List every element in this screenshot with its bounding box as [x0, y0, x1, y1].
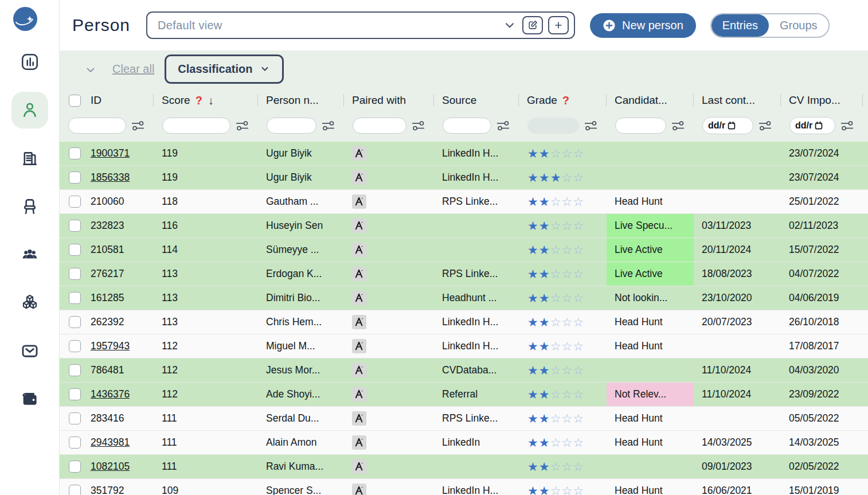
column-header-source[interactable]: Source	[434, 87, 519, 114]
person-id-link[interactable]: 1856338	[91, 172, 130, 184]
sidebar-item-person[interactable]	[11, 92, 48, 128]
last-contacted-filter-input[interactable]: dd/r	[702, 117, 753, 134]
person-id-link[interactable]: 1900371	[91, 147, 130, 159]
row-checkbox[interactable]	[69, 340, 81, 352]
classification-filter-button[interactable]: Classification	[165, 54, 284, 84]
filter-bar: Clear all Classification	[60, 50, 868, 87]
table-row[interactable]: 2943981111Alain Amon LinkedIn★★☆☆☆Head H…	[60, 431, 868, 455]
sidebar-item-products[interactable]	[11, 284, 48, 321]
cell-score: 112	[154, 383, 258, 406]
star-rating-empty: ☆☆☆	[550, 436, 584, 450]
row-checkbox[interactable]	[69, 172, 81, 184]
toggle-entries[interactable]: Entries	[711, 14, 769, 37]
cell-candidate-status	[607, 142, 694, 165]
filter-slider-icon[interactable]	[495, 120, 511, 131]
cell-source: LinkedIn H...	[434, 142, 519, 165]
sort-desc-icon[interactable]: ↓	[208, 94, 214, 107]
row-checkbox[interactable]	[69, 461, 81, 473]
id-filter-input[interactable]	[68, 118, 126, 134]
sidebar-item-analytics[interactable]	[11, 44, 48, 80]
column-header-id[interactable]: ID	[87, 87, 154, 114]
filter-slider-icon[interactable]	[757, 120, 773, 131]
column-header-grade[interactable]: Grade ?	[519, 87, 607, 114]
table-row[interactable]: 1856338119Ugur Biyik LinkedIn H...★★★☆☆2…	[60, 166, 868, 190]
paired-badge	[352, 363, 366, 377]
column-header-paired-with[interactable]: Paired with	[344, 87, 434, 114]
help-icon[interactable]: ?	[196, 94, 202, 107]
row-checkbox[interactable]	[69, 220, 81, 232]
chevron-down-icon[interactable]	[502, 18, 517, 33]
table-row[interactable]: 1082105111Ravi Kuma... ★★☆☆☆09/01/202302…	[60, 455, 868, 479]
brand-logo[interactable]	[12, 6, 38, 32]
table-row[interactable]: 232823116Huseyin Sen ★★☆☆☆Live Specu...0…	[60, 214, 868, 238]
column-header-score[interactable]: Score ? ↓	[154, 87, 258, 114]
table-row[interactable]: 283416111Serdal Du... RPS Linke...★★☆☆☆H…	[60, 407, 868, 431]
star-rating-filled: ★★	[527, 484, 550, 495]
select-all-checkbox[interactable]	[69, 95, 81, 107]
filter-slider-icon[interactable]	[320, 120, 336, 131]
table-row[interactable]: 161285113Dimitri Bio... Headhunt ...★★☆☆…	[60, 286, 868, 310]
toggle-groups[interactable]: Groups	[769, 14, 828, 37]
row-checkbox[interactable]	[69, 316, 81, 328]
row-checkbox[interactable]	[69, 364, 81, 376]
table-row[interactable]: 1900371119Ugur Biyik LinkedIn H...★★☆☆☆2…	[60, 142, 868, 166]
filter-slider-icon[interactable]	[130, 120, 146, 131]
table-row[interactable]: 351792109Spencer S... LinkedIn H...★★☆☆☆…	[60, 479, 868, 495]
row-checkbox[interactable]	[69, 147, 81, 159]
star-rating-empty: ☆☆☆	[550, 147, 584, 161]
filter-slider-icon[interactable]	[839, 120, 855, 131]
view-selector[interactable]: Default view	[146, 11, 575, 39]
sidebar-item-mail[interactable]	[11, 333, 48, 369]
add-view-button[interactable]	[548, 16, 569, 34]
person-id-link[interactable]: 1082105	[91, 461, 130, 473]
table-row[interactable]: 210581114Sümeyye ... ★★☆☆☆Live Active20/…	[60, 238, 868, 262]
filter-slider-icon[interactable]	[234, 120, 250, 131]
row-checkbox[interactable]	[69, 485, 81, 495]
cell-cv-import: 23/07/2024	[781, 166, 863, 189]
table-row[interactable]: 276217113Erdogan K... RPS Linke...★★☆☆☆L…	[60, 262, 868, 286]
cell-cv-import: 02/11/2023	[781, 214, 863, 237]
clear-all-link[interactable]: Clear all	[112, 63, 154, 76]
row-checkbox[interactable]	[69, 412, 81, 424]
row-checkbox[interactable]	[69, 268, 81, 280]
entries-groups-toggle: Entries Groups	[710, 13, 830, 38]
table-row[interactable]: 210060118Gautham ... RPS Linke...★★☆☆☆He…	[60, 190, 868, 214]
collapse-filters-icon[interactable]	[84, 63, 97, 77]
candidate-status-filter-input[interactable]	[615, 118, 666, 134]
sidebar-item-billing[interactable]	[11, 381, 48, 418]
help-icon[interactable]: ?	[562, 94, 569, 107]
table-row[interactable]: 786481112Jesus Mor... CVDataba...★★☆☆☆11…	[60, 358, 868, 383]
paired-logo-icon	[354, 413, 365, 424]
score-filter-input[interactable]	[162, 118, 230, 134]
row-checkbox[interactable]	[69, 292, 81, 304]
person-id-link[interactable]: 1957943	[91, 340, 130, 352]
column-header-person-name[interactable]: Person n...	[258, 87, 344, 114]
person-id: 161285	[91, 292, 124, 304]
edit-view-button[interactable]	[522, 16, 543, 34]
new-person-button[interactable]: New person	[590, 13, 696, 38]
row-checkbox[interactable]	[69, 388, 81, 400]
filter-slider-icon[interactable]	[583, 120, 599, 131]
column-header-cv-import[interactable]: CV Impo...	[781, 87, 863, 114]
row-checkbox[interactable]	[69, 244, 81, 256]
person-id-link[interactable]: 2943981	[91, 436, 130, 449]
person-name-filter-input[interactable]	[267, 118, 316, 134]
column-header-last-contacted[interactable]: Last cont...	[694, 87, 781, 114]
table-row[interactable]: 1436376112Ade Shoyi... Referral★★☆☆☆Not …	[60, 383, 868, 407]
filter-slider-icon[interactable]	[410, 120, 426, 131]
sidebar	[0, 0, 60, 495]
person-id-link[interactable]: 1436376	[91, 388, 130, 400]
table-row[interactable]: 262392113Chris Hem... LinkedIn H...★★☆☆☆…	[60, 310, 868, 334]
row-checkbox[interactable]	[69, 196, 81, 208]
sidebar-item-companies[interactable]	[11, 140, 48, 177]
sidebar-item-groups[interactable]	[11, 236, 48, 273]
source-filter-input[interactable]	[443, 118, 491, 134]
filter-slider-icon[interactable]	[670, 120, 686, 131]
cell-last-contacted: 03/11/2023	[694, 214, 781, 237]
sidebar-item-jobs[interactable]	[11, 188, 48, 225]
cv-import-filter-input[interactable]: dd/r	[789, 117, 835, 134]
paired-with-filter-input[interactable]	[353, 118, 406, 134]
column-header-candidate-status[interactable]: Candidat...	[607, 87, 694, 114]
row-checkbox[interactable]	[69, 436, 81, 449]
table-row[interactable]: 1957943112Miguel M... LinkedIn H...★★☆☆☆…	[60, 334, 868, 358]
